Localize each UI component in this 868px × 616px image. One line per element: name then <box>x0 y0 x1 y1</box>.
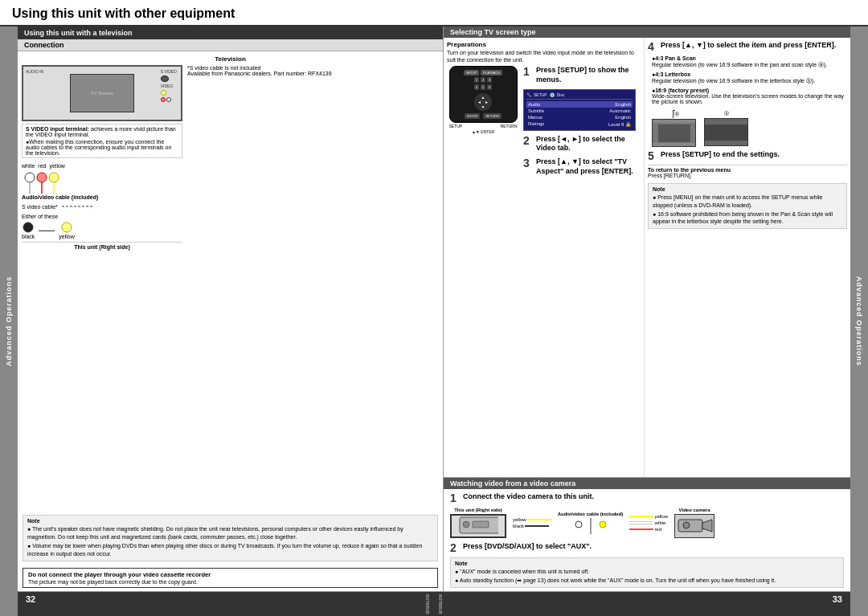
watch-section: Watching video from a video camera 1 Con… <box>444 477 850 591</box>
left-notes: *S video cable is not included Available… <box>187 65 439 507</box>
tv-diagram-box: TV Screen S VIDEO VIDEO <box>22 65 182 121</box>
step-2: 2 Press [◄, ►] to select the Video tab. <box>523 135 641 153</box>
screen-type-options: ●4:3 Pan & Scan Regular television (to v… <box>652 55 847 104</box>
right-column: Selecting TV screen type Preparations <box>444 27 850 591</box>
remote-illustration: SETUP PLAYBACK 1 2 3 <box>447 66 519 176</box>
page-container: Using this unit with other equipment Adv… <box>0 0 868 616</box>
left-section-header: Using this unit with a television <box>18 27 443 39</box>
title-text: Using this unit with other equipment <box>12 6 235 20</box>
connection-section: Television TV Screen <box>18 51 443 511</box>
svg-marker-21 <box>702 520 712 532</box>
watch-content: 1 Connect the video camera to this unit.… <box>444 489 850 591</box>
svg-point-2 <box>49 173 59 182</box>
steps-1-3: 1 Press [SETUP] to show the menus. 🔧 SET… <box>523 66 641 176</box>
svg-point-1 <box>37 173 47 182</box>
svg-point-10 <box>463 521 469 528</box>
return-note: To return to the previous menu Press [RE… <box>648 165 847 178</box>
remote-steps-row: SETUP PLAYBACK 1 2 3 <box>447 66 641 176</box>
step-3: 3 Press [▲, ▼] to select "TV Aspect" and… <box>523 157 641 176</box>
unit-right-label: This unit (Right side) <box>22 242 182 250</box>
content-area: Advanced Operations Using this unit with… <box>0 27 868 616</box>
warning-box: Do not connect the player through your v… <box>23 568 438 588</box>
watch-note-box: Note ● "AUX" mode is canceled when this … <box>450 557 844 588</box>
watch-step-1: 1 Connect the video camera to this unit. <box>450 492 844 504</box>
connection-sub-header: Connection <box>18 39 443 51</box>
selecting-header: Selecting TV screen type <box>444 27 850 38</box>
tv-label: Television <box>22 55 439 63</box>
page-number-left: 32 <box>26 594 50 614</box>
svg-rect-20 <box>678 520 702 532</box>
remote-steps-panel: Preparations Turn on your television and… <box>444 38 645 477</box>
svg-point-22 <box>683 522 690 528</box>
left-column: Using this unit with a television Connec… <box>18 27 444 591</box>
watch-step-2: 2 Press [DVD/SD/AUX] to select "AUX". <box>450 542 844 553</box>
svg-point-0 <box>25 173 35 182</box>
svg-point-15 <box>575 521 582 528</box>
right-note-box: Note ● Press [MENU] on the main unit to … <box>648 183 847 229</box>
svg-point-7 <box>23 222 33 232</box>
svg-rect-11 <box>473 521 489 528</box>
step-1: 1 Press [SETUP] to show the menus. <box>523 66 641 84</box>
note-item-1: ● The unit's speaker does not have magne… <box>27 525 433 541</box>
top-section: Using this unit with a television Connec… <box>18 27 850 592</box>
right-main-content: Preparations Turn on your television and… <box>444 38 850 477</box>
page-number-right: 33 <box>818 594 842 614</box>
sidebar-label-right: Advanced Operations <box>850 27 868 616</box>
menu-screenshot: 🔧 SETUP 💿 Disc AudioEnglish <box>523 89 636 131</box>
warning-box-container: Do not connect the player through your v… <box>18 564 443 591</box>
svg-point-16 <box>600 521 606 528</box>
svg-point-8 <box>62 222 72 232</box>
page-numbers-bar: 32 ROT65535 ROT65535 33 <box>18 592 850 616</box>
main-content: Using this unit with a television Connec… <box>18 27 850 616</box>
vcam-diagram: This unit (Right side) <box>450 506 844 540</box>
sidebar-label-left: Advanced Operations <box>0 27 18 616</box>
preparations: Preparations Turn on your television and… <box>447 41 641 63</box>
steps-4-5-panel: 4 Press [▲, ▼] to select the item and pr… <box>645 38 850 477</box>
left-note-box-container: Note ● The unit's speaker does not have … <box>18 511 443 563</box>
note-item-2: ● Volume may be lower when playing DVDs … <box>27 542 433 558</box>
wire-labels: white red yellow <box>22 163 182 219</box>
watch-section-header: Watching video from a video camera <box>444 478 850 489</box>
screen-images: ⓐ ⓑ <box>652 110 847 147</box>
barcode-left: ROT65535 <box>425 594 430 614</box>
left-note-box: Note ● The unit's speaker does not have … <box>23 515 438 561</box>
svideo-note: S VIDEO input terminal: achieves a more … <box>22 124 182 158</box>
barcode-right: ROT65535 <box>438 594 443 614</box>
main-title: Using this unit with other equipment <box>0 0 868 27</box>
step-5: 5 Press [SETUP] to end the settings. <box>648 150 847 161</box>
step-4: 4 Press [▲, ▼] to select the item and pr… <box>648 41 847 52</box>
